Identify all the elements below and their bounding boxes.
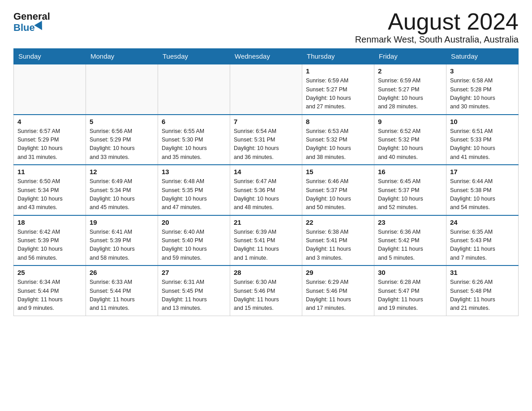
- calendar-cell: 28Sunrise: 6:30 AM Sunset: 5:46 PM Dayli…: [230, 265, 302, 316]
- day-number: 6: [162, 118, 226, 125]
- calendar-cell: 4Sunrise: 6:57 AM Sunset: 5:29 PM Daylig…: [14, 115, 86, 165]
- calendar-cell: 14Sunrise: 6:47 AM Sunset: 5:36 PM Dayli…: [230, 165, 302, 215]
- day-info: Sunrise: 6:34 AM Sunset: 5:44 PM Dayligh…: [17, 278, 82, 313]
- day-number: 16: [378, 168, 442, 176]
- day-info: Sunrise: 6:47 AM Sunset: 5:36 PM Dayligh…: [234, 177, 298, 212]
- month-title: August 2024: [355, 9, 519, 34]
- calendar-cell: 26Sunrise: 6:33 AM Sunset: 5:44 PM Dayli…: [86, 265, 158, 316]
- day-info: Sunrise: 6:49 AM Sunset: 5:34 PM Dayligh…: [90, 177, 154, 212]
- day-info: Sunrise: 6:26 AM Sunset: 5:48 PM Dayligh…: [450, 278, 515, 313]
- day-number: 1: [306, 67, 370, 75]
- calendar-cell: 1Sunrise: 6:59 AM Sunset: 5:27 PM Daylig…: [302, 64, 374, 115]
- day-info: Sunrise: 6:33 AM Sunset: 5:44 PM Dayligh…: [90, 278, 154, 313]
- day-info: Sunrise: 6:30 AM Sunset: 5:46 PM Dayligh…: [234, 278, 298, 313]
- calendar-header-row: SundayMondayTuesdayWednesdayThursdayFrid…: [14, 49, 519, 64]
- calendar-cell: 24Sunrise: 6:35 AM Sunset: 5:43 PM Dayli…: [446, 215, 519, 266]
- day-info: Sunrise: 6:29 AM Sunset: 5:46 PM Dayligh…: [306, 278, 370, 313]
- day-number: 27: [162, 269, 226, 276]
- logo-blue-text: Blue: [13, 22, 35, 34]
- day-info: Sunrise: 6:58 AM Sunset: 5:28 PM Dayligh…: [450, 77, 515, 111]
- calendar-header-saturday: Saturday: [446, 49, 519, 64]
- calendar-cell: 2Sunrise: 6:59 AM Sunset: 5:27 PM Daylig…: [374, 64, 446, 115]
- calendar-cell: 10Sunrise: 6:51 AM Sunset: 5:33 PM Dayli…: [446, 115, 519, 165]
- day-number: 4: [17, 118, 82, 125]
- day-info: Sunrise: 6:56 AM Sunset: 5:29 PM Dayligh…: [90, 127, 154, 162]
- day-number: 10: [450, 118, 515, 125]
- day-number: 26: [90, 269, 154, 276]
- calendar-cell: 22Sunrise: 6:38 AM Sunset: 5:41 PM Dayli…: [302, 215, 374, 266]
- logo-general-text: General: [13, 11, 50, 22]
- calendar-table: SundayMondayTuesdayWednesdayThursdayFrid…: [13, 48, 519, 316]
- day-number: 19: [90, 218, 154, 226]
- calendar-cell: [230, 64, 302, 115]
- day-info: Sunrise: 6:28 AM Sunset: 5:47 PM Dayligh…: [378, 278, 442, 313]
- day-info: Sunrise: 6:40 AM Sunset: 5:40 PM Dayligh…: [162, 228, 226, 263]
- calendar-header-monday: Monday: [86, 49, 158, 64]
- day-number: 12: [90, 168, 154, 176]
- day-info: Sunrise: 6:52 AM Sunset: 5:32 PM Dayligh…: [378, 127, 442, 162]
- day-info: Sunrise: 6:35 AM Sunset: 5:43 PM Dayligh…: [450, 228, 515, 263]
- day-info: Sunrise: 6:36 AM Sunset: 5:42 PM Dayligh…: [378, 228, 442, 263]
- calendar-cell: 12Sunrise: 6:49 AM Sunset: 5:34 PM Dayli…: [86, 165, 158, 215]
- day-number: 5: [90, 118, 154, 125]
- page-header: General Blue August 2024 Renmark West, S…: [13, 9, 519, 45]
- day-number: 22: [306, 218, 370, 226]
- calendar-cell: [158, 64, 230, 115]
- calendar-cell: 23Sunrise: 6:36 AM Sunset: 5:42 PM Dayli…: [374, 215, 446, 266]
- day-number: 31: [450, 269, 515, 276]
- day-info: Sunrise: 6:57 AM Sunset: 5:29 PM Dayligh…: [17, 127, 82, 162]
- day-info: Sunrise: 6:42 AM Sunset: 5:39 PM Dayligh…: [17, 228, 82, 263]
- day-info: Sunrise: 6:46 AM Sunset: 5:37 PM Dayligh…: [306, 177, 370, 212]
- title-section: August 2024 Renmark West, South Australi…: [355, 9, 519, 45]
- calendar-cell: 25Sunrise: 6:34 AM Sunset: 5:44 PM Dayli…: [14, 265, 86, 316]
- day-info: Sunrise: 6:45 AM Sunset: 5:37 PM Dayligh…: [378, 177, 442, 212]
- calendar-header-thursday: Thursday: [302, 49, 374, 64]
- calendar-cell: 6Sunrise: 6:55 AM Sunset: 5:30 PM Daylig…: [158, 115, 230, 165]
- day-number: 11: [17, 168, 82, 176]
- day-number: 14: [234, 168, 298, 176]
- calendar-cell: 20Sunrise: 6:40 AM Sunset: 5:40 PM Dayli…: [158, 215, 230, 266]
- location-title: Renmark West, South Australia, Australia: [355, 34, 519, 45]
- logo: General Blue: [13, 9, 50, 34]
- day-number: 8: [306, 118, 370, 125]
- day-number: 18: [17, 218, 82, 226]
- day-info: Sunrise: 6:39 AM Sunset: 5:41 PM Dayligh…: [234, 228, 298, 263]
- calendar-cell: [86, 64, 158, 115]
- day-number: 25: [17, 269, 82, 276]
- calendar-week-row: 11Sunrise: 6:50 AM Sunset: 5:34 PM Dayli…: [14, 165, 519, 215]
- calendar-header-wednesday: Wednesday: [230, 49, 302, 64]
- day-number: 17: [450, 168, 515, 176]
- day-info: Sunrise: 6:48 AM Sunset: 5:35 PM Dayligh…: [162, 177, 226, 212]
- day-number: 9: [378, 118, 442, 125]
- day-info: Sunrise: 6:59 AM Sunset: 5:27 PM Dayligh…: [378, 77, 442, 111]
- calendar-cell: 8Sunrise: 6:53 AM Sunset: 5:32 PM Daylig…: [302, 115, 374, 165]
- calendar-cell: 5Sunrise: 6:56 AM Sunset: 5:29 PM Daylig…: [86, 115, 158, 165]
- day-number: 20: [162, 218, 226, 226]
- calendar-cell: 11Sunrise: 6:50 AM Sunset: 5:34 PM Dayli…: [14, 165, 86, 215]
- day-number: 29: [306, 269, 370, 276]
- day-info: Sunrise: 6:50 AM Sunset: 5:34 PM Dayligh…: [17, 177, 82, 212]
- calendar-cell: 30Sunrise: 6:28 AM Sunset: 5:47 PM Dayli…: [374, 265, 446, 316]
- calendar-cell: 19Sunrise: 6:41 AM Sunset: 5:39 PM Dayli…: [86, 215, 158, 266]
- day-info: Sunrise: 6:55 AM Sunset: 5:30 PM Dayligh…: [162, 127, 226, 162]
- day-number: 13: [162, 168, 226, 176]
- day-info: Sunrise: 6:51 AM Sunset: 5:33 PM Dayligh…: [450, 127, 515, 162]
- day-number: 7: [234, 118, 298, 125]
- day-number: 15: [306, 168, 370, 176]
- day-number: 24: [450, 218, 515, 226]
- calendar-cell: 16Sunrise: 6:45 AM Sunset: 5:37 PM Dayli…: [374, 165, 446, 215]
- calendar-cell: 13Sunrise: 6:48 AM Sunset: 5:35 PM Dayli…: [158, 165, 230, 215]
- logo-triangle-icon: [34, 21, 46, 33]
- calendar-cell: 31Sunrise: 6:26 AM Sunset: 5:48 PM Dayli…: [446, 265, 519, 316]
- calendar-header-sunday: Sunday: [14, 49, 86, 64]
- calendar-cell: 17Sunrise: 6:44 AM Sunset: 5:38 PM Dayli…: [446, 165, 519, 215]
- calendar-week-row: 25Sunrise: 6:34 AM Sunset: 5:44 PM Dayli…: [14, 265, 519, 316]
- day-info: Sunrise: 6:53 AM Sunset: 5:32 PM Dayligh…: [306, 127, 370, 162]
- day-number: 23: [378, 218, 442, 226]
- calendar-cell: 27Sunrise: 6:31 AM Sunset: 5:45 PM Dayli…: [158, 265, 230, 316]
- calendar-cell: 21Sunrise: 6:39 AM Sunset: 5:41 PM Dayli…: [230, 215, 302, 266]
- day-info: Sunrise: 6:38 AM Sunset: 5:41 PM Dayligh…: [306, 228, 370, 263]
- calendar-cell: 18Sunrise: 6:42 AM Sunset: 5:39 PM Dayli…: [14, 215, 86, 266]
- day-info: Sunrise: 6:41 AM Sunset: 5:39 PM Dayligh…: [90, 228, 154, 263]
- calendar-cell: 29Sunrise: 6:29 AM Sunset: 5:46 PM Dayli…: [302, 265, 374, 316]
